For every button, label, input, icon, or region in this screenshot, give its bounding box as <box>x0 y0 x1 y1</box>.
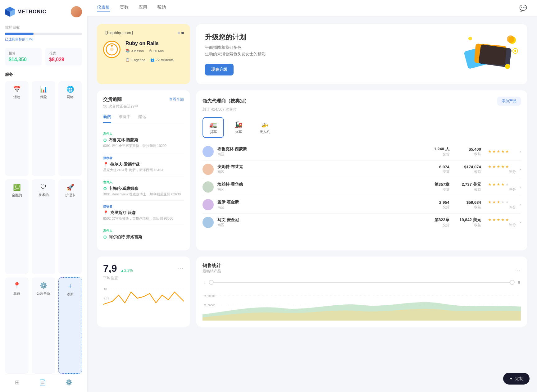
agent-info-3: 盖伊·霍金斯 南区 <box>217 199 421 210</box>
range-handle-left[interactable] <box>209 280 214 285</box>
delivery-subtitle: 56 次交付正在进行中 <box>103 104 184 109</box>
agent-rating-1: ★★★★★ 评分 <box>485 164 516 174</box>
svg-point-14 <box>514 50 516 52</box>
agent-tab-train[interactable]: 🚂 火车 <box>228 117 249 138</box>
file-icon[interactable]: 📄 <box>39 379 46 386</box>
budget-value: $14,350 <box>9 57 38 62</box>
tab-preparing[interactable]: 准备中 <box>119 114 131 123</box>
tab-shipping[interactable]: 船运 <box>138 114 146 123</box>
tech-icon: 🛡 <box>40 184 47 191</box>
service-item-6[interactable]: 📍 殷待 <box>5 277 29 374</box>
budget-label: 预算 <box>9 51 38 56</box>
notification-icon[interactable]: 💬 <box>519 4 527 12</box>
upgrade-button[interactable]: 现在升级 <box>205 64 234 75</box>
agent-arrow-3[interactable]: › <box>520 202 521 207</box>
agents-subtitle: 总计 424,567 次交付 <box>203 107 521 112</box>
content-area: 【biqubiqu.com】 Rub <box>87 16 537 392</box>
agent-tab-drone[interactable]: 🚁 无人机 <box>253 117 277 138</box>
service-item-7[interactable]: ⚙️ 公用事业 <box>32 277 55 374</box>
agent-rating-3: ★★★★★ 评分 <box>485 200 516 210</box>
service-item-5[interactable]: 🚀 护理卡 <box>58 179 82 274</box>
nav-dashboard[interactable]: 仪表板 <box>97 5 110 11</box>
agent-row-2: 埃丝特·霍华德 南区 第357章 交货 2,737 美元 收益 <box>203 178 521 196</box>
nav-help[interactable]: 帮助 <box>157 5 166 11</box>
sidebar-header: METRONIC <box>5 6 82 17</box>
delivery-item-0: 发件人 ⊙ 布鲁克林·西蒙斯 6391 埃尔全王塞莱斯特，特拉华州 10299 <box>103 128 184 152</box>
utility-icon: ⚙️ <box>40 282 48 289</box>
course-card: 【biqubiqu.com】 Rub <box>97 24 190 84</box>
sender-label-1: 接收者 <box>103 156 184 160</box>
range-handle-right[interactable] <box>510 280 515 285</box>
avatar <box>71 6 82 17</box>
delivery-name-1: 📍 拉尔夫·爱德华兹 <box>103 162 184 167</box>
service-item-0[interactable]: 📅 活动 <box>5 81 29 176</box>
progress-text: 已达到目标的 37% <box>5 37 82 42</box>
agent-arrow-4[interactable]: › <box>520 220 521 225</box>
service-item-2[interactable]: 🌐 网络 <box>58 81 82 176</box>
sender-label-3: 接收者 <box>103 204 184 209</box>
customize-label: 定制 <box>515 376 523 381</box>
service-name-3: 金融的 <box>12 193 22 198</box>
add-product-button[interactable]: 添加产品 <box>497 97 521 106</box>
service-item-add[interactable]: + 添新 <box>58 277 82 374</box>
book-icon: 📚 <box>125 49 130 53</box>
logo-icon <box>5 7 15 17</box>
agent-arrow-2[interactable]: › <box>520 185 521 189</box>
course-title: Ruby on Rails <box>125 41 184 46</box>
layers-icon[interactable]: ⊞ <box>15 379 20 386</box>
sales-chart-area: 3,000 2,500 <box>203 289 521 321</box>
stats-header: 7,9 ▲2.2% ··· <box>103 263 184 274</box>
agent-tabs: 🚛 货车 🚂 火车 🚁 无人机 <box>203 117 521 138</box>
upgrade-text: 升级您的计划 平面插图和我们多色 生动的未混合紫色头发女士的精彩 现在升级 <box>205 33 266 75</box>
sales-dots-menu[interactable]: ··· <box>514 267 521 274</box>
agent-info-1: 安妮特·布莱克 南区 <box>217 164 421 174</box>
agent-avatar-4 <box>203 217 214 228</box>
stats-dots-menu[interactable]: ··· <box>177 265 184 272</box>
topnav-links: 仪表板 页数 应用 帮助 <box>97 5 166 11</box>
delivery-name-0: ⊙ 布鲁克林·西蒙斯 <box>103 137 184 143</box>
service-item-1[interactable]: 📊 保险 <box>32 81 55 176</box>
course-lessons: 📚 3 lesson <box>125 49 144 53</box>
delivery-item-3: 接收者 📍 克里斯汀·沃森 8502 普雷斯顿路，英格尔伍德，缅因州 98380 <box>103 201 184 225</box>
agent-arrow-1[interactable]: › <box>520 167 521 171</box>
delivery-tabs: 新的 准备中 船运 <box>103 114 184 123</box>
insurance-icon: 📊 <box>40 85 48 93</box>
customize-button[interactable]: ✦ 定制 <box>503 373 530 385</box>
course-agenda: 📋 1 agenda <box>125 58 145 62</box>
upgrade-illustration <box>462 35 518 73</box>
delivery-name-2: ⊙ 卡梅伦·威廉姆森 <box>103 186 184 191</box>
agent-trans-1: 6,074 交货 <box>425 165 449 174</box>
service-item-4[interactable]: 🛡 技术的 <box>32 179 55 274</box>
service-item-3[interactable]: 💹 金融的 <box>5 179 29 274</box>
agent-row-0: 布鲁克林·西蒙斯 南区 1,240 人 交货 $5,400 收益 <box>203 143 521 161</box>
drone-icon: 🚁 <box>261 121 269 128</box>
range-slider[interactable] <box>209 282 515 283</box>
agent-arrow-0[interactable]: › <box>520 149 521 154</box>
agent-rev-2: 2,737 美元 收益 <box>453 182 481 192</box>
svg-text:10: 10 <box>104 288 107 291</box>
svg-point-5 <box>111 45 113 47</box>
agent-row-3: 盖伊·霍金斯 南区 2,954 交货 $59,634 收益 <box>203 196 521 214</box>
agent-tab-truck[interactable]: 🚛 货车 <box>203 117 224 138</box>
train-label: 火车 <box>235 130 242 134</box>
service-name-0: 活动 <box>13 95 20 99</box>
delivery-addr-3: 8502 普雷斯顿路，英格尔伍德，缅因州 98380 <box>103 216 184 221</box>
settings-icon[interactable]: ⚙️ <box>66 379 72 386</box>
nav-apps[interactable]: 应用 <box>139 5 147 11</box>
agent-rating-0: ★★★★★ <box>485 149 516 154</box>
agent-row-4: 马文·麦金尼 南区 第822章 交货 19,842 美元 收益 <box>203 214 521 231</box>
stats-chart: 10 7.75 <box>103 286 184 311</box>
nav-pages[interactable]: 页数 <box>120 5 129 11</box>
topnav: 仪表板 页数 应用 帮助 💬 <box>87 0 537 16</box>
tab-new[interactable]: 新的 <box>103 114 111 123</box>
dot-1 <box>178 32 180 34</box>
sales-subtitle: 最畅销产品 <box>203 269 221 274</box>
range-row: ⏸ ⏸ <box>203 280 521 285</box>
delivery-addr-0: 6391 埃尔全王塞莱斯特，特拉华州 10299 <box>103 144 184 148</box>
agent-row-1: 安妮特·布莱克 南区 6,074 交货 $174,074 收益 <box>203 161 521 178</box>
delivery-view-all[interactable]: 查看全部 <box>169 97 184 102</box>
agent-trans-3: 2,954 交货 <box>425 200 449 209</box>
service-name-7: 公用事业 <box>37 291 50 296</box>
students-icon: 👥 <box>150 58 155 62</box>
course-image <box>103 41 121 58</box>
